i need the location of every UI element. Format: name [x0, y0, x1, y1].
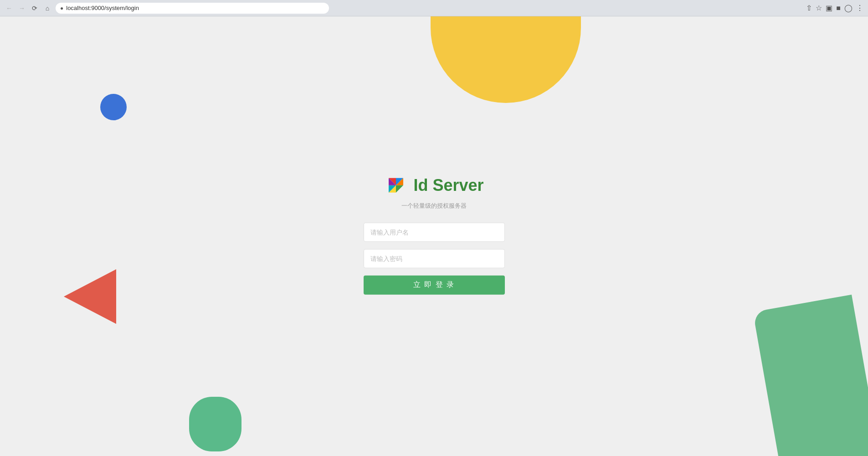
- url-text: localhost:9000/system/login: [66, 5, 139, 11]
- lock-icon: ●: [60, 5, 63, 11]
- home-button[interactable]: ⌂: [43, 4, 52, 13]
- bookmark-icon[interactable]: ☆: [816, 4, 822, 12]
- browser-chrome: ← → ⟳ ⌂ ● localhost:9000/system/login ⇧ …: [0, 0, 868, 16]
- blue-circle-shape: [100, 94, 127, 120]
- back-button[interactable]: ←: [5, 4, 14, 13]
- password-input[interactable]: [364, 249, 505, 268]
- sidebar-icon[interactable]: ■: [836, 4, 841, 12]
- app-logo: [384, 173, 408, 197]
- browser-actions: ⇧ ☆ ▣ ■ ◯ ⋮: [806, 4, 863, 12]
- username-input[interactable]: [364, 222, 505, 241]
- forward-button[interactable]: →: [17, 4, 26, 13]
- page-content: Id Server 一个轻量级的授权服务器 立 即 登 录: [0, 16, 868, 456]
- green-rounded-shape: [189, 397, 241, 451]
- login-button[interactable]: 立 即 登 录: [364, 275, 505, 294]
- login-form: 立 即 登 录: [364, 222, 505, 294]
- menu-icon[interactable]: ⋮: [856, 4, 863, 12]
- red-triangle-shape: [64, 269, 116, 324]
- reload-button[interactable]: ⟳: [30, 4, 39, 13]
- app-title: Id Server: [413, 175, 483, 195]
- login-header: Id Server: [384, 173, 483, 197]
- extensions-icon[interactable]: ▣: [826, 4, 832, 12]
- login-container: Id Server 一个轻量级的授权服务器 立 即 登 录: [364, 173, 505, 294]
- green-trapezoid-shape: [753, 295, 868, 456]
- app-subtitle: 一个轻量级的授权服务器: [401, 201, 467, 210]
- address-bar[interactable]: ● localhost:9000/system/login: [56, 3, 329, 14]
- profile-icon[interactable]: ◯: [844, 4, 853, 12]
- share-icon[interactable]: ⇧: [806, 4, 812, 12]
- yellow-semicircle-shape: [431, 16, 581, 103]
